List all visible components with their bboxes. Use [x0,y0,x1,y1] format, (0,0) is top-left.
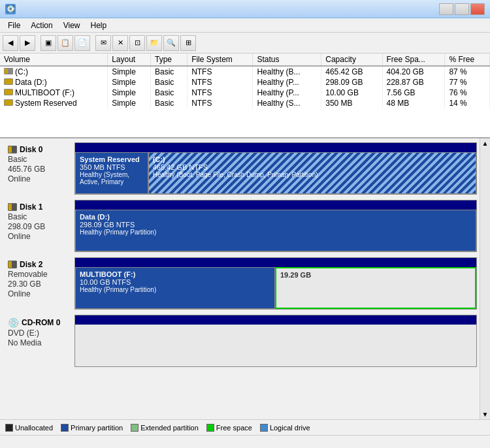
partition-name: System Reserved [80,155,144,163]
table-row[interactable]: (C:) Simple Basic NTFS Healthy (B... 465… [0,66,490,77]
cell-capacity: 465.42 GB [321,66,382,77]
col-layout[interactable]: Layout [108,54,151,66]
cell-capacity: 350 MB [321,98,382,108]
disk-label: Disk 0 Basic 465.76 GB Online [3,142,74,195]
disk-content: Data (D:) 298.09 GB NTFS Healthy (Primar… [74,200,477,252]
scrollbar[interactable]: ▲ ▼ [480,138,490,419]
cell-volume: MULTIBOOT (F:) [0,88,108,98]
partition[interactable]: MULTIBOOT (F:) 10.00 GB NTFS Healthy (Pr… [75,267,275,309]
col-volume[interactable]: Volume [0,54,108,66]
back-button[interactable]: ◀ [3,35,18,51]
cell-type: Basic [151,88,188,98]
disk-row: Disk 0 Basic 465.76 GB Online System Res… [3,142,477,195]
help-button[interactable]: 📄 [74,35,90,51]
volume-table: Volume Layout Type File System Status Ca… [0,54,490,138]
disk-name: CD-ROM 0 [22,318,60,327]
legend-free-label: Free space [216,424,252,432]
cell-fs: NTFS [188,66,253,77]
cell-type: Basic [151,66,188,77]
disk-name: Disk 2 [20,260,42,269]
partition-status: Healthy (Primary Partition) [80,286,270,293]
partition[interactable]: 19.29 GB [275,267,476,309]
disk-name: Disk 1 [20,202,42,212]
col-free[interactable]: Free Spa... [382,54,445,66]
legend-primary-label: Primary partition [71,424,123,432]
up-button[interactable]: ▣ [41,35,56,51]
cell-type: Basic [151,77,188,88]
menu-help[interactable]: Help [86,20,112,31]
cell-free: 48 MB [382,98,445,108]
disk-type: Basic [8,212,69,221]
title-bar-left: 💽 [5,4,20,14]
unallocated-swatch [5,424,13,432]
cell-free: 404.20 GB [382,66,445,77]
cell-fs: NTFS [188,98,253,108]
legend-logical-label: Logical drive [270,424,310,432]
disk-label: 💿 CD-ROM 0 DVD (E:) No Media [3,315,74,367]
disk-header-bar [75,258,476,267]
cell-volume: Data (D:) [0,77,108,88]
close-button[interactable] [470,3,485,15]
partition[interactable]: Data (D:) 298.09 GB NTFS Healthy (Primar… [75,210,476,251]
disk-size: 465.76 GB [8,165,69,174]
menu-action[interactable]: Action [25,20,57,31]
delete-button[interactable]: ✕ [112,35,128,51]
disk-content: MULTIBOOT (F:) 10.00 GB NTFS Healthy (Pr… [74,257,477,310]
free-swatch [206,424,214,432]
disk-type: Removable [8,270,69,279]
disk-status: Online [8,232,69,241]
main-area: Volume Layout Type File System Status Ca… [0,54,490,448]
disk-type: DVD (E:) [8,328,69,338]
cell-pct: 87 % [445,66,490,77]
disk-status: Online [8,289,69,298]
copy-button[interactable]: 📁 [146,35,162,51]
col-type[interactable]: Type [151,54,188,66]
cell-pct: 76 % [445,88,490,98]
table-row[interactable]: MULTIBOOT (F:) Simple Basic NTFS Healthy… [0,88,490,98]
table-row[interactable]: System Reserved Simple Basic NTFS Health… [0,98,490,108]
format-button[interactable]: ⊡ [129,35,145,51]
cell-pct: 14 % [445,98,490,108]
menu-view[interactable]: View [58,20,86,31]
table-row[interactable]: Data (D:) Simple Basic NTFS Healthy (P..… [0,77,490,88]
disk-name: Disk 0 [20,145,42,154]
restore-button[interactable] [455,3,469,15]
partition[interactable]: System Reserved 350 MB NTFS Healthy (Sys… [75,152,148,194]
refresh-button[interactable]: ⊞ [180,35,196,51]
legend-primary: Primary partition [61,424,123,432]
col-fs[interactable]: File System [188,54,253,66]
no-media [75,325,476,366]
disk-partitions: MULTIBOOT (F:) 10.00 GB NTFS Healthy (Pr… [75,267,476,309]
disk-status: Online [8,174,69,184]
disk-status: No Media [8,338,69,347]
partition-status: Healthy (Boot, Page File, Crash Dump, Pr… [153,171,472,178]
cell-fs: NTFS [188,88,253,98]
partition[interactable]: (C:) 465.42 GB NTFS Healthy (Boot, Page … [148,152,476,194]
cell-layout: Simple [108,98,151,108]
forward-button[interactable]: ▶ [20,35,35,51]
disk-header-bar [75,143,476,152]
cell-volume: System Reserved [0,98,108,108]
legend-unallocated-label: Unallocated [15,424,53,432]
col-capacity[interactable]: Capacity [321,54,382,66]
extended-swatch [131,424,139,432]
menu-file[interactable]: File [3,20,25,31]
partition-size: 465.42 GB NTFS [153,163,472,171]
volumes-list: Volume Layout Type File System Status Ca… [0,54,490,108]
new-button[interactable]: ✉ [95,35,111,51]
properties-button[interactable]: 📋 [57,35,73,51]
paste-button[interactable]: 🔍 [163,35,179,51]
cell-capacity: 10.00 GB [321,88,382,98]
minimize-button[interactable] [439,3,453,15]
partition-name: (C:) [153,155,472,163]
col-status[interactable]: Status [253,54,321,66]
disk-row: 💿 CD-ROM 0 DVD (E:) No Media [3,315,477,367]
cell-status: Healthy (S... [253,98,321,108]
partition-status: Healthy (Primary Partition) [80,229,472,236]
disk-label: Disk 2 Removable 29.30 GB Online [3,257,74,310]
col-pct[interactable]: % Free [445,54,490,66]
menu-bar: File Action View Help [0,18,490,33]
legend-free: Free space [206,424,252,432]
partition-name: MULTIBOOT (F:) [80,270,270,278]
disk-partitions: Data (D:) 298.09 GB NTFS Healthy (Primar… [75,210,476,251]
